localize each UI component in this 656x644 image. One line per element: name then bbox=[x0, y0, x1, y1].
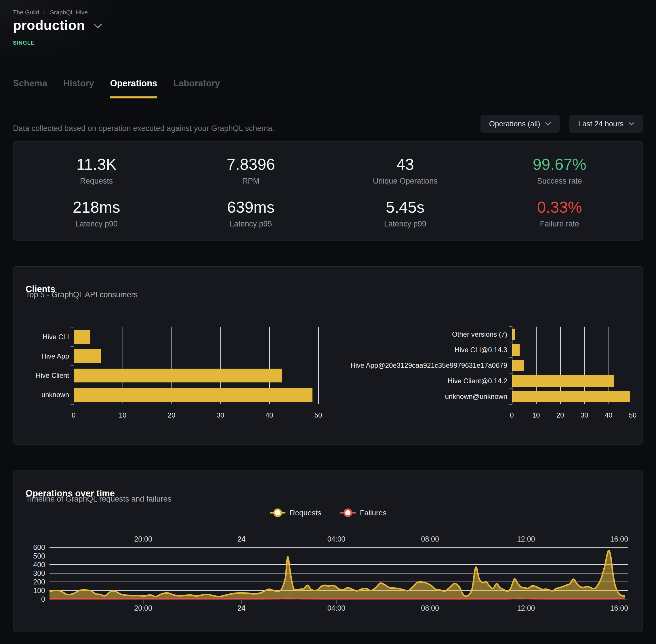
target-title-row: production bbox=[13, 17, 102, 33]
series-line-failures bbox=[49, 598, 625, 599]
bottom-x-tick-label: 12:00 bbox=[517, 604, 535, 612]
breadcrumb-org[interactable]: The Guild bbox=[13, 9, 39, 16]
y-axis-tick bbox=[509, 404, 512, 405]
y-axis-tick bbox=[70, 385, 74, 385]
y-tick-label: 100 bbox=[23, 586, 45, 595]
clients-by-name-chart: 01020304050Hive CLIHive AppHive Clientun… bbox=[25, 327, 330, 425]
operations-over-time-panel: Operations over time Timeline of GraphQL… bbox=[13, 470, 643, 632]
stat-rpm: 7.8396RPM bbox=[174, 155, 328, 186]
toolbar-filters: Operations (all) Last 24 hours bbox=[481, 115, 643, 133]
gridline bbox=[633, 327, 633, 404]
category-label: Hive CLI bbox=[25, 327, 69, 346]
stat-latency-p90: 218msLatency p90 bbox=[19, 198, 174, 229]
timeline-chart: 010020030040050060020:0020:00242404:0004… bbox=[14, 471, 642, 631]
tab-schema[interactable]: Schema bbox=[13, 78, 47, 98]
tab-operations[interactable]: Operations bbox=[110, 78, 157, 98]
stat-label: Latency p90 bbox=[19, 220, 174, 229]
bar-other-versions-7- bbox=[512, 329, 515, 340]
tab-laboratory[interactable]: Laboratory bbox=[173, 78, 220, 98]
operations-filter-button[interactable]: Operations (all) bbox=[481, 115, 560, 133]
tab-bar: SchemaHistoryOperationsLaboratory bbox=[13, 71, 220, 98]
category-label: Hive Client bbox=[25, 366, 69, 385]
bar-hive-app bbox=[74, 349, 101, 363]
x-tick-label: 10 bbox=[532, 411, 540, 419]
category-label: unknown@unknown bbox=[340, 389, 507, 404]
timeline-plot bbox=[49, 547, 628, 601]
x-tick-label: 10 bbox=[119, 411, 126, 419]
graphql-hive-operations-dashboard: The Guild › GraphQL Hive production SING… bbox=[0, 0, 656, 644]
collection-description: Data collected based on operation execut… bbox=[13, 124, 275, 133]
chevron-down-icon bbox=[629, 122, 634, 126]
top-x-tick-label: 20:00 bbox=[134, 535, 152, 543]
category-label: Hive CLI@0.14.3 bbox=[340, 342, 507, 358]
top-x-tick-label: 16:00 bbox=[610, 535, 628, 543]
x-tick-label: 0 bbox=[72, 411, 75, 419]
stat-failure-rate: 0.33%Failure rate bbox=[483, 198, 637, 229]
top-x-tick-label: 08:00 bbox=[421, 535, 439, 543]
tab-history[interactable]: History bbox=[63, 78, 94, 98]
y-axis-tick bbox=[509, 389, 512, 389]
stat-requests: 11.3KRequests bbox=[19, 155, 174, 186]
bottom-x-tick-label: 24 bbox=[237, 604, 245, 612]
bottom-x-tick-label: 20:00 bbox=[134, 604, 152, 612]
stat-value: 0.33% bbox=[483, 198, 637, 216]
y-axis-tick bbox=[509, 358, 512, 358]
chevron-right-icon: › bbox=[43, 9, 45, 16]
stat-label: Latency p99 bbox=[328, 220, 483, 229]
bottom-x-tick-label: 16:00 bbox=[610, 604, 628, 612]
stat-label: RPM bbox=[174, 177, 328, 186]
top-x-tick-label: 24 bbox=[237, 535, 245, 543]
y-tick-label: 500 bbox=[23, 552, 45, 560]
chevron-down-icon[interactable] bbox=[94, 24, 102, 30]
breadcrumb-project[interactable]: GraphQL Hive bbox=[49, 9, 88, 16]
y-axis-tick bbox=[70, 346, 74, 347]
y-tick-label: 600 bbox=[23, 543, 45, 552]
stats-panel: 11.3KRequests7.8396RPM43Unique Operation… bbox=[13, 141, 643, 240]
bottom-x-tick-label: 04:00 bbox=[327, 604, 346, 612]
stat-label: Failure rate bbox=[483, 220, 637, 229]
chevron-down-icon bbox=[545, 122, 551, 126]
operations-filter-label: Operations (all) bbox=[489, 119, 540, 128]
bar-hive-client-0-14-2 bbox=[512, 375, 614, 387]
category-label: Hive App bbox=[25, 346, 69, 366]
stat-value: 218ms bbox=[19, 198, 174, 216]
stat-value: 7.8396 bbox=[174, 155, 328, 173]
bar-hive-client bbox=[74, 369, 282, 383]
stat-label: Unique Operations bbox=[328, 177, 483, 186]
stat-label: Requests bbox=[19, 177, 174, 186]
clients-subtitle: Top 5 - GraphQL API consumers bbox=[26, 290, 138, 299]
x-tick-label: 50 bbox=[314, 411, 322, 419]
top-x-tick-label: 04:00 bbox=[327, 535, 346, 543]
y-tick-label: 400 bbox=[23, 560, 45, 569]
y-axis-tick bbox=[509, 342, 512, 342]
x-tick-label: 20 bbox=[168, 411, 175, 419]
bar-unknown bbox=[74, 388, 312, 402]
y-tick-label: 300 bbox=[23, 569, 45, 577]
x-tick-label: 30 bbox=[581, 411, 588, 419]
bottom-x-tick-label: 08:00 bbox=[421, 604, 439, 612]
stat-success-rate: 99.67%Success rate bbox=[483, 155, 637, 186]
x-tick-label: 40 bbox=[605, 411, 613, 419]
stat-value: 99.67% bbox=[483, 155, 637, 173]
category-label: Hive App@20e3129caa921c35e9979631e17a067… bbox=[340, 358, 507, 373]
category-label: Other versions (7) bbox=[340, 327, 507, 342]
series-area-requests bbox=[49, 551, 625, 599]
stat-latency-p95: 639msLatency p95 bbox=[174, 198, 328, 229]
page-title: production bbox=[13, 17, 85, 33]
y-axis-tick bbox=[70, 365, 74, 366]
bar-hive-app-20e3129caa921c35e9979631e17a0679 bbox=[512, 360, 524, 371]
clients-panel: Clients Top 5 - GraphQL API consumers 01… bbox=[13, 266, 643, 444]
x-tick-label: 20 bbox=[557, 411, 564, 419]
y-axis-tick bbox=[509, 326, 512, 327]
x-tick-label: 40 bbox=[265, 411, 273, 419]
stat-value: 11.3K bbox=[19, 155, 174, 173]
time-range-button[interactable]: Last 24 hours bbox=[569, 115, 643, 133]
active-tab-underline bbox=[110, 96, 157, 98]
page-header: The Guild › GraphQL Hive production SING… bbox=[0, 0, 656, 98]
x-tick-label: 50 bbox=[629, 411, 637, 419]
status-badge: SINGLE bbox=[13, 40, 35, 46]
breadcrumb: The Guild › GraphQL Hive bbox=[13, 9, 88, 16]
y-axis-tick bbox=[70, 327, 74, 327]
stats-grid: 11.3KRequests7.8396RPM43Unique Operation… bbox=[14, 142, 642, 229]
stat-value: 5.45s bbox=[328, 198, 483, 216]
